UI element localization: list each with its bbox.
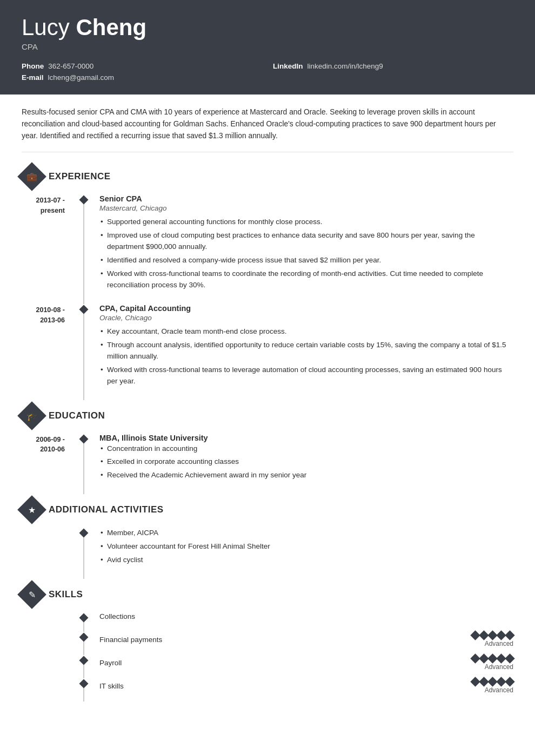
skill1-row: Collections xyxy=(99,612,513,620)
bullet-item: Volunteer accountant for Forest Hill Ani… xyxy=(99,541,513,552)
skill3-row: Payroll Advanced xyxy=(99,655,513,671)
briefcase-icon: 💼 xyxy=(26,172,37,182)
experience-item-2: 2010-08 - 2013-06 CPA, Capital Accountin… xyxy=(22,304,513,400)
skill3-level: Advanced xyxy=(485,663,513,671)
candidate-title: CPA xyxy=(22,42,513,51)
skills-header: ✎ SKILLS xyxy=(22,584,513,605)
activities-item: Member, AICPA Volunteer accountant for F… xyxy=(22,528,513,579)
summary-section: Results-focused senior CPA and CMA with … xyxy=(22,106,513,152)
skill3-name: Payroll xyxy=(99,659,472,667)
activities-content: Member, AICPA Volunteer accountant for F… xyxy=(92,528,513,579)
edu-bullet-diamond xyxy=(79,434,89,443)
skill4-diamond xyxy=(79,679,89,688)
skill-item-payroll: Payroll Advanced xyxy=(22,655,513,678)
skills-section: ✎ SKILLS Collections xyxy=(22,584,513,701)
bullet-item: Improved use of cloud computing best pra… xyxy=(99,230,513,253)
education-timeline: 2006-09 - 2010-06 MBA, Illinois State Un… xyxy=(22,434,513,495)
skill2-row: Financial payments Advanced xyxy=(99,632,513,647)
bullet-item: Supported general accounting functions f… xyxy=(99,217,513,228)
skill3-dots xyxy=(472,655,513,662)
education-icon-diamond: 🎓 xyxy=(17,401,46,430)
contact-email: E-mail lcheng@gamail.com xyxy=(22,73,262,82)
skill4-name: IT skills xyxy=(99,682,472,690)
bullet-diamond-1 xyxy=(79,195,89,205)
first-name: Lucy xyxy=(22,15,76,40)
vertical-line-1 xyxy=(83,203,84,304)
skill1-content: Collections xyxy=(92,612,513,632)
activities-bullets: Member, AICPA Volunteer accountant for F… xyxy=(99,528,513,566)
skill1-diamond xyxy=(79,613,89,623)
activities-bullet-diamond xyxy=(79,529,89,538)
bullet-item: Worked with cross-functional teams to le… xyxy=(99,364,513,387)
email-value: lcheng@gamail.com xyxy=(48,73,115,82)
education-item-1: 2006-09 - 2010-06 MBA, Illinois State Un… xyxy=(22,434,513,495)
skill2-diamond xyxy=(79,633,89,642)
contact-linkedin: LinkedIn linkedin.com/in/lcheng9 xyxy=(273,62,513,70)
activities-title: ADDITIONAL ACTIVITIES xyxy=(49,504,164,515)
vertical-line-2 xyxy=(83,313,84,400)
exp1-title: Senior CPA xyxy=(99,194,513,203)
skill4-rating: Advanced xyxy=(472,678,513,694)
skill1-name: Collections xyxy=(99,612,513,620)
skill3-rating: Advanced xyxy=(472,655,513,671)
last-name: Cheng xyxy=(76,15,146,40)
graduation-icon: 🎓 xyxy=(26,410,37,421)
bullet-item: Concentration in accounting xyxy=(99,443,513,455)
edu-vertical-line xyxy=(83,442,84,495)
skill-item-collections: Collections xyxy=(22,612,513,632)
linkedin-label: LinkedIn xyxy=(273,62,303,70)
exp1-company: Mastercard, Chicago xyxy=(99,204,513,212)
skill3-vline xyxy=(83,664,84,678)
skills-title: SKILLS xyxy=(49,589,83,600)
activities-timeline: Member, AICPA Volunteer accountant for F… xyxy=(22,528,513,579)
experience-title: EXPERIENCE xyxy=(49,171,111,182)
exp1-content: Senior CPA Mastercard, Chicago Supported… xyxy=(92,194,513,304)
skill4-vline xyxy=(83,687,84,701)
bullet-item: Excelled in corporate accounting classes xyxy=(99,456,513,468)
experience-item-1: 2013-07 - present Senior CPA Mastercard,… xyxy=(22,194,513,304)
skill4-level: Advanced xyxy=(485,686,513,694)
skills-timeline: Collections Financial payments xyxy=(22,612,513,701)
skill2-name: Financial payments xyxy=(99,636,472,644)
experience-section: 💼 EXPERIENCE 2013-07 - present Senior xyxy=(22,166,513,400)
activities-section: ★ ADDITIONAL ACTIVITIES Member, AICPA Vo… xyxy=(22,500,513,579)
skill4-content: IT skills Advanced xyxy=(92,678,513,701)
bullet-item: Through account analysis, identified opp… xyxy=(99,340,513,362)
skill2-level: Advanced xyxy=(485,640,513,647)
skill4-dots xyxy=(472,678,513,685)
edu1-title: MBA, Illinois State University xyxy=(99,434,513,442)
activities-icon-diamond: ★ xyxy=(17,495,46,524)
skill4-line xyxy=(76,678,92,701)
resume-body: Results-focused senior CPA and CMA with … xyxy=(0,94,535,728)
contact-grid: Phone 362-657-0000 LinkedIn linkedin.com… xyxy=(22,62,513,82)
email-label: E-mail xyxy=(22,73,44,82)
skills-icon: ✎ xyxy=(29,590,36,600)
phone-label: Phone xyxy=(22,62,44,70)
exp2-date: 2010-08 - 2013-06 xyxy=(22,304,65,326)
skill1-vline xyxy=(83,621,84,632)
bullet-item: Member, AICPA xyxy=(99,528,513,539)
bullet-item: Worked with cross-functional teams to co… xyxy=(99,268,513,291)
edu-timeline-line xyxy=(76,434,92,495)
skill-item-financial: Financial payments Advanced xyxy=(22,632,513,655)
dot xyxy=(505,677,514,686)
skill3-line xyxy=(76,655,92,678)
skill2-line xyxy=(76,632,92,655)
education-title: EDUCATION xyxy=(49,410,105,421)
experience-icon-diamond: 💼 xyxy=(17,163,46,192)
skill4-row: IT skills Advanced xyxy=(99,678,513,694)
exp2-content: CPA, Capital Accounting Oracle, Chicago … xyxy=(92,304,513,400)
education-header: 🎓 EDUCATION xyxy=(22,406,513,426)
skill-item-it: IT skills Advanced xyxy=(22,678,513,701)
bullet-item: Identified and resolved a company-wide p… xyxy=(99,255,513,266)
linkedin-value: linkedin.com/in/lcheng9 xyxy=(307,62,383,70)
activities-timeline-line xyxy=(76,528,92,579)
skill2-dots xyxy=(472,632,513,639)
skill2-rating: Advanced xyxy=(472,632,513,647)
contact-phone: Phone 362-657-0000 xyxy=(22,62,262,70)
bullet-item: Avid cyclist xyxy=(99,555,513,566)
education-section: 🎓 EDUCATION 2006-09 - 2010-06 MBA, Illin… xyxy=(22,406,513,495)
skill3-diamond xyxy=(79,656,89,665)
skills-icon-diamond: ✎ xyxy=(17,580,46,609)
resume-header: Lucy Cheng CPA Phone 362-657-0000 Linked… xyxy=(0,0,535,94)
